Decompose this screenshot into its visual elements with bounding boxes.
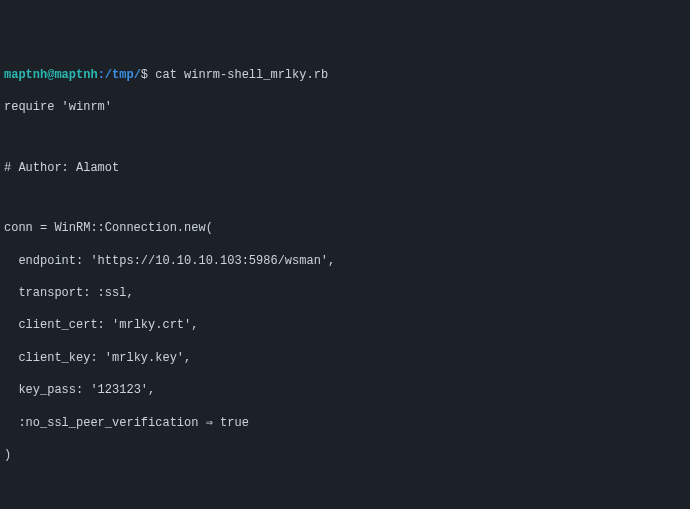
prompt-line-1: maptnh@maptnh:/tmp/$ cat winrm-shell_mrl… (4, 67, 686, 83)
code-line: key_pass: '123123', (4, 382, 686, 398)
code-line (4, 132, 686, 144)
code-line (4, 192, 686, 204)
code-line: :no_ssl_peer_verification ⇒ true (4, 415, 686, 431)
code-line: ) (4, 447, 686, 463)
code-line: # Author: Alamot (4, 160, 686, 176)
shell-symbol: $ (141, 68, 155, 82)
code-line: conn = WinRM::Connection.new( (4, 220, 686, 236)
shell-user: maptnh@maptnh (4, 68, 98, 82)
code-line: client_key: 'mrlky.key', (4, 350, 686, 366)
code-line: require 'winrm' (4, 99, 686, 115)
code-line: transport: :ssl, (4, 285, 686, 301)
shell-command: cat winrm-shell_mrlky.rb (155, 68, 328, 82)
shell-path: :/tmp/ (98, 68, 141, 82)
code-line (4, 479, 686, 491)
code-line: endpoint: 'https://10.10.10.103:5986/wsm… (4, 253, 686, 269)
code-line: client_cert: 'mrlky.crt', (4, 317, 686, 333)
